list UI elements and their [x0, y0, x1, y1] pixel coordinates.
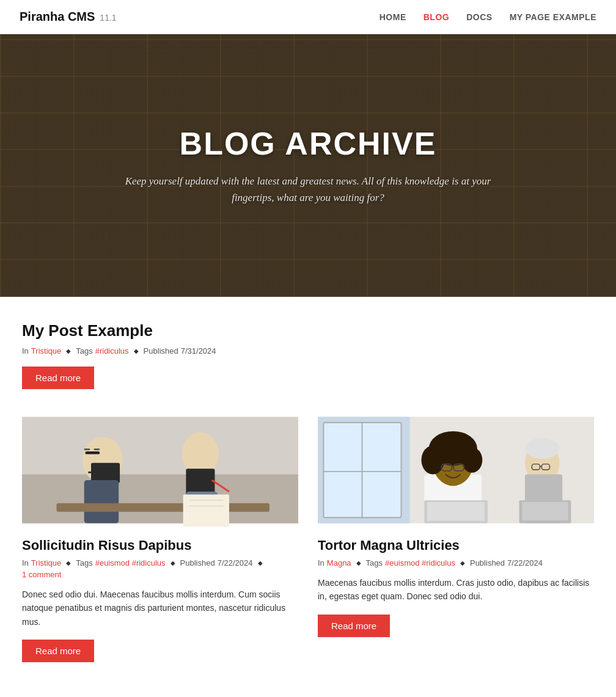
post1-in-label: In — [22, 558, 29, 567]
post2-published-label: Published — [470, 558, 505, 567]
svg-rect-31 — [427, 502, 485, 521]
featured-post-tag[interactable]: #ridiculus — [95, 346, 129, 356]
featured-meta-tags-label: Tags — [76, 346, 92, 356]
post-card-1-image — [22, 414, 298, 527]
post-card-1: Sollicitudin Risus Dapibus In Tristique … — [22, 414, 298, 662]
post-card-2-image — [318, 414, 594, 527]
posts-grid: Sollicitudin Risus Dapibus In Tristique … — [22, 414, 594, 662]
hero-subtitle: Keep yourself updated with the latest an… — [119, 173, 497, 206]
post1-published-date: 7/22/2024 — [218, 558, 253, 567]
nav-my-page[interactable]: MY PAGE EXAMPLE — [510, 12, 596, 22]
post2-in-label: In — [318, 558, 324, 567]
post1-comment-count[interactable]: 1 comment — [22, 570, 61, 579]
post2-excerpt: Maecenas faucibus mollis interdum. Cras … — [318, 576, 594, 604]
svg-rect-7 — [88, 472, 97, 473]
featured-post-published-label: Published — [144, 346, 178, 356]
nav-blog[interactable]: BLOG — [424, 12, 449, 22]
featured-meta-in-label: In — [22, 346, 29, 356]
post2-category[interactable]: Magna — [327, 558, 351, 567]
svg-rect-11 — [84, 480, 119, 524]
nav-links: HOME BLOG DOCS MY PAGE EXAMPLE — [380, 12, 596, 23]
svg-rect-3 — [86, 451, 100, 454]
navbar: Piranha CMS 11.1 HOME BLOG DOCS MY PAGE … — [0, 0, 616, 34]
featured-post-published-date: 7/31/2024 — [181, 346, 216, 356]
post1-dot3: ◆ — [258, 560, 263, 566]
hero-content: BLOG ARCHIVE Keep yourself updated with … — [94, 125, 522, 206]
nav-docs[interactable]: DOCS — [466, 12, 492, 22]
post1-dot2: ◆ — [170, 560, 175, 566]
svg-point-26 — [461, 447, 482, 472]
featured-meta-dot1: ◆ — [66, 348, 71, 354]
post1-tags-label: Tags — [76, 558, 92, 567]
svg-rect-4 — [84, 448, 90, 450]
svg-rect-5 — [94, 448, 100, 450]
svg-point-25 — [422, 445, 445, 474]
post2-dot2: ◆ — [460, 560, 465, 566]
post2-tags[interactable]: #euismod #ridiculus — [385, 558, 455, 567]
featured-post-meta: In Tristique ◆ Tags #ridiculus ◆ Publish… — [22, 346, 594, 356]
svg-point-34 — [525, 438, 560, 459]
svg-rect-13 — [57, 503, 270, 512]
brand-version: 11.1 — [100, 13, 116, 23]
post-card-1-meta: In Tristique ◆ Tags #euismod #ridiculus … — [22, 558, 298, 579]
brand: Piranha CMS 11.1 — [20, 10, 117, 24]
post-card-1-title: Sollicitudin Risus Dapibus — [22, 538, 298, 553]
post1-read-more-button[interactable]: Read more — [22, 640, 94, 662]
svg-rect-1 — [22, 475, 298, 524]
post1-tags[interactable]: #euismod #ridiculus — [95, 558, 166, 567]
featured-meta-dot2: ◆ — [134, 348, 139, 354]
hero-title: BLOG ARCHIVE — [119, 125, 497, 162]
post1-excerpt: Donec sed odio dui. Maecenas faucibus mo… — [22, 588, 298, 629]
post2-read-more-button[interactable]: Read more — [318, 615, 390, 637]
svg-rect-14 — [183, 495, 229, 527]
post1-category[interactable]: Tristique — [31, 558, 61, 567]
hero-section: BLOG ARCHIVE Keep yourself updated with … — [0, 34, 616, 297]
post-card-2: Tortor Magna Ultricies In Magna ◆ Tags #… — [318, 414, 594, 662]
post2-published-date: 7/22/2024 — [507, 558, 543, 567]
post1-published-label: Published — [180, 558, 215, 567]
post2-tags-label: Tags — [366, 558, 383, 567]
featured-post-title: My Post Example — [22, 321, 594, 340]
post2-dot1: ◆ — [356, 560, 361, 566]
nav-home[interactable]: HOME — [380, 12, 406, 22]
featured-post-category[interactable]: Tristique — [31, 346, 61, 356]
featured-read-more-button[interactable]: Read more — [22, 367, 94, 389]
post-card-2-meta: In Magna ◆ Tags #euismod #ridiculus ◆ Pu… — [318, 558, 594, 567]
featured-post: My Post Example In Tristique ◆ Tags #rid… — [22, 321, 594, 389]
post1-dot1: ◆ — [66, 560, 71, 566]
svg-rect-39 — [522, 502, 568, 520]
post-card-2-title: Tortor Magna Ultricies — [318, 538, 594, 553]
brand-name: Piranha CMS — [20, 10, 95, 24]
main-content: My Post Example In Tristique ◆ Tags #rid… — [2, 297, 614, 697]
